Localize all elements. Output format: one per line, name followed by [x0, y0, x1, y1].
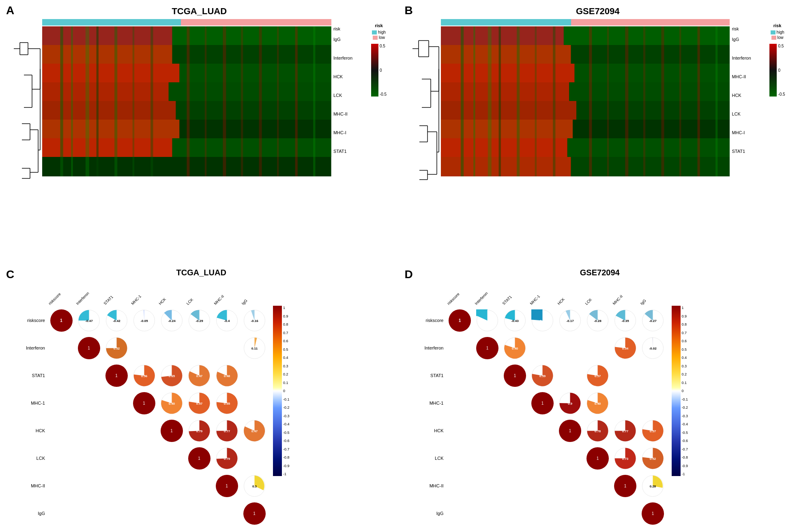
col-header-d-6: MHC-II: [612, 294, 623, 306]
svg-rect-88: [573, 120, 730, 138]
svg-rect-102: [625, 26, 628, 176]
panel-title-a: TCGA_LUAD: [172, 6, 227, 17]
cell-c-4-7: 0.47: [243, 420, 266, 442]
cell-d-0-6: -0.35: [614, 309, 636, 332]
cell-c-1-7: 0.11: [243, 337, 266, 359]
col-header-c-4: HCK: [158, 297, 167, 306]
svg-rect-34: [176, 101, 331, 120]
col-header-d-5: LCK: [584, 297, 593, 306]
row-label-risk-a: risk: [333, 26, 368, 33]
svg-rect-82: [574, 64, 730, 82]
row-label-interferon-b: Interferon: [732, 51, 766, 70]
cell-c-2-2: 1: [105, 365, 128, 387]
risk-bar-low-b: [571, 19, 730, 26]
legend-title-a: risk: [375, 23, 383, 28]
svg-text:0.40: 0.40: [512, 347, 518, 350]
svg-rect-80: [571, 45, 730, 64]
row-label-d-4: HCK: [413, 428, 446, 433]
svg-text:-0.42: -0.42: [113, 319, 120, 323]
panel-label-a: A: [6, 4, 14, 17]
row-label-c-3: MHC-1: [14, 401, 47, 405]
svg-rect-50: [259, 26, 262, 176]
svg-text:-0.27: -0.27: [649, 319, 657, 323]
svg-rect-107: [715, 26, 718, 176]
svg-text:-0.17: -0.17: [566, 319, 574, 323]
cell-c-0-1: -0.47: [78, 309, 100, 332]
svg-text:0.3: 0.3: [252, 485, 257, 488]
row-label-c-4: HCK: [14, 428, 47, 433]
cell-d-2-2: 1: [504, 365, 526, 387]
svg-text:0.65: 0.65: [168, 374, 175, 378]
dendrogram-a: [12, 26, 42, 184]
panel-label-b: B: [405, 4, 413, 17]
svg-rect-83: [441, 82, 569, 101]
cell-c-5-6: 0.79: [216, 447, 238, 470]
cell-d-0-5: -0.28: [586, 309, 609, 332]
cell-c-2-5: 0.47: [188, 365, 211, 387]
svg-text:0.78: 0.78: [595, 429, 601, 433]
row-label-lck-b: LCK: [732, 107, 766, 126]
svg-rect-52: [295, 26, 298, 176]
svg-text:-0.4: -0.4: [224, 319, 230, 323]
svg-text:-0.16: -0.16: [251, 319, 258, 323]
svg-rect-49: [241, 26, 243, 176]
cell-d-3-4: 0.9: [559, 392, 581, 414]
row-label-c-0: riskscore: [14, 318, 47, 323]
cell-d-4-6: 0.77: [614, 420, 636, 442]
row-label-d-1: Interferon: [413, 345, 446, 350]
svg-text:0.9: 0.9: [568, 402, 573, 405]
svg-text:0.47: 0.47: [196, 374, 202, 378]
color-scale-b: [769, 44, 777, 97]
svg-text:0.57: 0.57: [650, 429, 656, 433]
row-label-interferon-a: Interferon: [333, 51, 368, 70]
svg-rect-104: [661, 26, 664, 176]
svg-rect-39: [60, 26, 63, 176]
svg-text:-0.24: -0.24: [168, 319, 176, 323]
svg-text:0.77: 0.77: [223, 429, 230, 433]
row-label-igg-b: IgG: [732, 33, 766, 51]
correlation-matrix-c: riskscore 1 -0.47: [14, 307, 268, 527]
cell-c-0-2: -0.42: [105, 309, 128, 332]
svg-rect-103: [643, 26, 645, 176]
svg-text:-0.05: -0.05: [140, 319, 148, 323]
svg-text:0.79: 0.79: [223, 457, 230, 461]
cell-d-6-7: 0.28: [642, 475, 664, 497]
row-label-risk-b: risk: [732, 26, 766, 33]
svg-text:0.57: 0.57: [196, 402, 202, 405]
cell-d-0-7: -0.27: [642, 309, 664, 332]
svg-rect-42: [97, 26, 99, 176]
svg-text:-0.35: -0.35: [621, 319, 629, 323]
cell-d-2-3: 0.59: [531, 365, 554, 387]
cell-d-0-3: -0.64: [531, 309, 554, 332]
svg-rect-96: [498, 26, 501, 176]
svg-rect-79: [441, 45, 571, 64]
row-label-mhci-b: MHC-I: [732, 126, 766, 145]
scale-mid-b: 0: [778, 68, 785, 73]
svg-rect-45: [151, 26, 153, 176]
row-label-mhcii-b: MHC-II: [732, 70, 766, 89]
row-label-d-3: MHC-1: [413, 401, 446, 405]
svg-rect-51: [277, 26, 279, 176]
panel-title-b: GSE72094: [576, 6, 620, 17]
svg-text:0.52: 0.52: [650, 457, 656, 461]
cell-c-4-6: 0.77: [216, 420, 238, 442]
cell-d-4-5: 0.78: [586, 420, 609, 442]
scale-mid-a: 0: [380, 68, 387, 73]
svg-text:-0.29: -0.29: [195, 319, 203, 323]
cell-c-3-6: 0.55: [216, 392, 238, 414]
legend-low-label-a: low: [379, 35, 385, 40]
svg-text:0.77: 0.77: [622, 429, 629, 433]
svg-text:-0.02: -0.02: [649, 347, 657, 350]
svg-rect-84: [569, 82, 730, 101]
legend-high-label-a: high: [378, 30, 386, 34]
svg-rect-32: [169, 82, 331, 101]
col-header-c-5: LCK: [185, 297, 194, 306]
legend-high-label-b: high: [777, 30, 784, 34]
cell-d-1-7: -0.02: [642, 337, 664, 359]
cell-d-0-4: -0.17: [559, 309, 581, 332]
svg-text:0.56: 0.56: [141, 374, 147, 378]
color-scale-a: [371, 44, 378, 97]
svg-rect-44: [133, 26, 134, 176]
svg-rect-92: [571, 157, 730, 176]
svg-rect-53: [313, 26, 315, 176]
